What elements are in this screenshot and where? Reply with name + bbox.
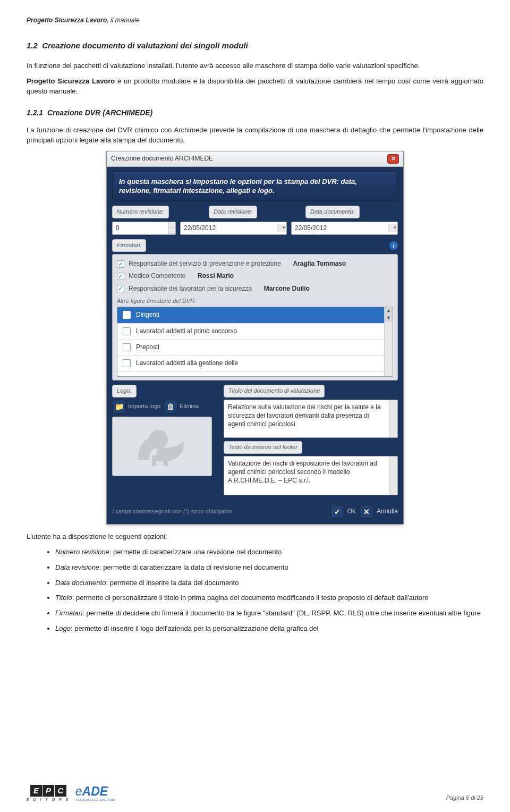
spinner-icon[interactable] (168, 222, 175, 234)
page-number: Pagina 6 di 25 (446, 794, 483, 802)
check-icon: ✓ (330, 505, 344, 519)
data-documento-input[interactable]: 22/05/2012 (291, 222, 398, 235)
label-titolo-doc: Titolo del documento di valutazione (224, 385, 325, 397)
list-item[interactable]: Lavoratori addetti al primo soccorso (117, 324, 393, 340)
page-footer: EPC E D I T O R E eADE TECNOLOGIE DIGITA… (27, 785, 483, 802)
elimina-logo-button[interactable]: 🗑 Elimina (164, 400, 199, 413)
svg-rect-2 (164, 455, 168, 466)
dialog-window: Creazione documento ARCHIMEDE ✕ In quest… (106, 151, 404, 525)
lion-placeholder-icon (133, 422, 191, 470)
cancel-icon: ✕ (360, 505, 373, 519)
checkbox-icon[interactable] (123, 311, 131, 319)
titolo-documento-textarea[interactable]: Relazione sulla valutazione dei rischi p… (224, 400, 398, 438)
calendar-icon[interactable] (388, 224, 397, 232)
doc-header-rest: , il manuale (107, 16, 139, 24)
checkbox-icon[interactable] (123, 359, 131, 367)
list-item: Logo: permette di inserire il logo dell'… (55, 624, 483, 634)
list-item: Numero revisione: permette di caratteriz… (55, 547, 483, 557)
epc-logo: EPC E D I T O R E (27, 785, 70, 802)
list-item[interactable]: Preposti (117, 340, 393, 356)
svg-rect-1 (152, 455, 156, 466)
firmatari-box: Responsabile del servizio di prevenzione… (112, 254, 398, 380)
doc-header-bold: Progetto Sicurezza Lavoro (27, 16, 107, 24)
label-data-revisione: Data revisione: (209, 206, 257, 218)
section-p1: In funzione dei pacchetti di valutazione… (27, 61, 483, 71)
dialog-screenshot: Creazione documento ARCHIMEDE ✕ In quest… (27, 151, 483, 525)
eade-logo: eADE TECNOLOGIE DIGITALI (75, 785, 115, 802)
label-data-documento: Data documento: (305, 206, 360, 218)
scrollbar[interactable] (389, 400, 397, 437)
required-hint: I campi contrassegnati con (*) sono obbl… (112, 508, 234, 516)
doc-header: Progetto Sicurezza Lavoro, il manuale (27, 16, 483, 25)
footer-text-textarea[interactable]: Valutazione dei rischi di esposizione de… (224, 456, 398, 495)
dialog-title: Creazione documento ARCHIMEDE (111, 154, 213, 163)
annulla-button[interactable]: ✕ Annulla (360, 505, 398, 519)
scrollbar[interactable]: ▲ ▼ (384, 307, 393, 376)
section-heading: 1.2 Creazione documento di valutazioni d… (27, 40, 483, 52)
trash-icon: 🗑 (164, 400, 177, 413)
scroll-up-icon[interactable]: ▲ (385, 307, 393, 315)
data-revisione-input[interactable]: 22/05/2012 (180, 222, 287, 235)
firmatario-row[interactable]: Responsabile del servizio di prevenzione… (117, 258, 393, 270)
checkbox-icon[interactable] (123, 327, 131, 335)
dialog-banner: In questa maschera si impostano le opzio… (112, 171, 398, 201)
label-logo: Logo: (112, 385, 137, 397)
altre-figure-list[interactable]: Dirigenti Lavoratori addetti al primo so… (117, 307, 393, 377)
checkbox-icon[interactable] (117, 285, 124, 292)
label-firmatari: Firmatari: (112, 239, 146, 252)
label-altre-figure: Altre figure firmatarie del DVR: (117, 295, 393, 307)
checkbox-icon[interactable] (123, 343, 131, 351)
list-item: Data documento: permette di inserire la … (55, 578, 483, 588)
section-p2: Progetto Sicurezza Lavoro è un prodotto … (27, 77, 483, 97)
list-item: Firmatari: permette di decidere chi firm… (55, 608, 483, 619)
subsection-heading: 1.2.1 Creazione DVR (ARCHIMEDE) (27, 107, 483, 118)
firmatario-row[interactable]: Medico Competente Rossi Mario (117, 270, 393, 282)
calendar-icon[interactable] (277, 224, 286, 232)
list-item[interactable]: Dirigenti (117, 307, 393, 323)
checkbox-icon[interactable] (117, 260, 124, 268)
folder-icon: 📁 (112, 400, 126, 413)
logo-preview (112, 417, 212, 476)
list-item: Data revisione: permette di caratterizza… (55, 563, 483, 573)
options-intro: L'utente ha a disposizione le seguenti o… (27, 532, 483, 542)
list-item: Titolo: permette di personalizzare il ti… (55, 593, 483, 603)
list-item[interactable]: Lavoratori addetti alla gestione delle (117, 356, 393, 371)
label-footer-text: Testo da inserire nel footer (224, 441, 302, 454)
ok-button[interactable]: ✓ Ok (330, 505, 355, 519)
label-numero-revisione: Numero revisione: (112, 206, 169, 218)
info-icon[interactable]: i (389, 241, 398, 250)
firmatario-row[interactable]: Responsabile dei lavoratori per la sicur… (117, 283, 393, 295)
importa-logo-button[interactable]: 📁 Importa logo (112, 400, 160, 413)
scrollbar[interactable] (389, 456, 397, 495)
options-list: Numero revisione: permette di caratteriz… (27, 547, 483, 634)
close-icon[interactable]: ✕ (387, 154, 399, 164)
scroll-down-icon[interactable]: ▼ (385, 315, 393, 322)
dialog-titlebar: Creazione documento ARCHIMEDE ✕ (107, 151, 403, 167)
checkbox-icon[interactable] (117, 273, 124, 280)
numero-revisione-input[interactable]: 0 (112, 222, 176, 235)
subsection-p1: La funzione di creazione del DVR chimico… (27, 125, 483, 146)
